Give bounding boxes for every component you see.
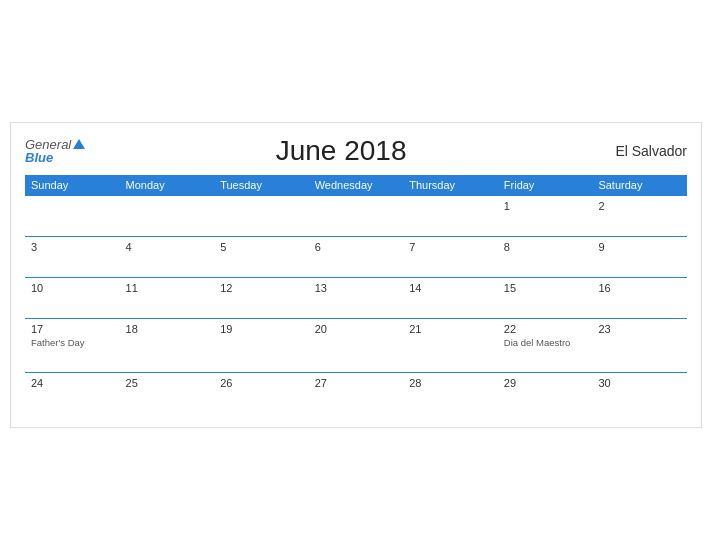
calendar-title: June 2018 bbox=[85, 135, 597, 167]
calendar-tbody: 1234567891011121314151617Father's Day181… bbox=[25, 196, 687, 414]
day-number: 23 bbox=[598, 323, 681, 335]
day-cell: 9 bbox=[592, 237, 687, 278]
day-number: 22 bbox=[504, 323, 587, 335]
day-cell: 20 bbox=[309, 319, 404, 373]
day-cell: 18 bbox=[120, 319, 215, 373]
calendar-header: General Blue June 2018 El Salvador bbox=[25, 135, 687, 167]
day-number: 3 bbox=[31, 241, 114, 253]
calendar: General Blue June 2018 El Salvador Sunda… bbox=[10, 122, 702, 428]
day-cell: 14 bbox=[403, 278, 498, 319]
day-number: 16 bbox=[598, 282, 681, 294]
day-number: 1 bbox=[504, 200, 587, 212]
day-cell bbox=[120, 196, 215, 237]
day-number: 28 bbox=[409, 377, 492, 389]
day-cell: 23 bbox=[592, 319, 687, 373]
day-cell: 1 bbox=[498, 196, 593, 237]
day-cell: 27 bbox=[309, 373, 404, 414]
day-cell: 3 bbox=[25, 237, 120, 278]
day-number: 14 bbox=[409, 282, 492, 294]
day-cell: 22Dia del Maestro bbox=[498, 319, 593, 373]
day-event-label: Dia del Maestro bbox=[504, 337, 587, 348]
day-cell: 6 bbox=[309, 237, 404, 278]
day-cell bbox=[214, 196, 309, 237]
day-number: 13 bbox=[315, 282, 398, 294]
day-number: 25 bbox=[126, 377, 209, 389]
day-cell: 2 bbox=[592, 196, 687, 237]
day-number: 21 bbox=[409, 323, 492, 335]
day-cell: 17Father's Day bbox=[25, 319, 120, 373]
day-cell: 7 bbox=[403, 237, 498, 278]
day-number: 2 bbox=[598, 200, 681, 212]
day-number: 27 bbox=[315, 377, 398, 389]
day-number: 17 bbox=[31, 323, 114, 335]
week-row-4: 24252627282930 bbox=[25, 373, 687, 414]
day-cell: 12 bbox=[214, 278, 309, 319]
day-number: 4 bbox=[126, 241, 209, 253]
day-cell: 26 bbox=[214, 373, 309, 414]
day-number: 9 bbox=[598, 241, 681, 253]
day-number: 19 bbox=[220, 323, 303, 335]
day-cell: 15 bbox=[498, 278, 593, 319]
logo-blue-text: Blue bbox=[25, 151, 53, 164]
day-number: 6 bbox=[315, 241, 398, 253]
day-cell bbox=[309, 196, 404, 237]
day-cell: 30 bbox=[592, 373, 687, 414]
day-cell: 29 bbox=[498, 373, 593, 414]
weekday-header-sunday: Sunday bbox=[25, 175, 120, 196]
day-cell: 4 bbox=[120, 237, 215, 278]
day-number: 11 bbox=[126, 282, 209, 294]
day-number: 12 bbox=[220, 282, 303, 294]
weekday-header-monday: Monday bbox=[120, 175, 215, 196]
day-cell: 11 bbox=[120, 278, 215, 319]
week-row-3: 17Father's Day1819202122Dia del Maestro2… bbox=[25, 319, 687, 373]
weekday-header-saturday: Saturday bbox=[592, 175, 687, 196]
day-number: 7 bbox=[409, 241, 492, 253]
day-event-label: Father's Day bbox=[31, 337, 114, 348]
day-cell: 13 bbox=[309, 278, 404, 319]
country-name: El Salvador bbox=[597, 143, 687, 159]
weekday-header-wednesday: Wednesday bbox=[309, 175, 404, 196]
week-row-2: 10111213141516 bbox=[25, 278, 687, 319]
day-number: 5 bbox=[220, 241, 303, 253]
day-number: 29 bbox=[504, 377, 587, 389]
day-cell: 28 bbox=[403, 373, 498, 414]
week-row-0: 12 bbox=[25, 196, 687, 237]
day-cell bbox=[25, 196, 120, 237]
week-row-1: 3456789 bbox=[25, 237, 687, 278]
day-number: 26 bbox=[220, 377, 303, 389]
logo: General Blue bbox=[25, 138, 85, 164]
day-cell: 10 bbox=[25, 278, 120, 319]
day-number: 24 bbox=[31, 377, 114, 389]
day-number: 15 bbox=[504, 282, 587, 294]
day-number: 10 bbox=[31, 282, 114, 294]
day-cell: 5 bbox=[214, 237, 309, 278]
day-cell: 21 bbox=[403, 319, 498, 373]
weekday-header-row: SundayMondayTuesdayWednesdayThursdayFrid… bbox=[25, 175, 687, 196]
day-number: 18 bbox=[126, 323, 209, 335]
day-cell: 19 bbox=[214, 319, 309, 373]
weekday-header-friday: Friday bbox=[498, 175, 593, 196]
weekday-header-tuesday: Tuesday bbox=[214, 175, 309, 196]
day-number: 20 bbox=[315, 323, 398, 335]
day-cell bbox=[403, 196, 498, 237]
day-cell: 16 bbox=[592, 278, 687, 319]
day-cell: 25 bbox=[120, 373, 215, 414]
calendar-table: SundayMondayTuesdayWednesdayThursdayFrid… bbox=[25, 175, 687, 413]
calendar-thead: SundayMondayTuesdayWednesdayThursdayFrid… bbox=[25, 175, 687, 196]
day-number: 8 bbox=[504, 241, 587, 253]
day-number: 30 bbox=[598, 377, 681, 389]
logo-triangle-icon bbox=[73, 139, 85, 149]
day-cell: 24 bbox=[25, 373, 120, 414]
weekday-header-thursday: Thursday bbox=[403, 175, 498, 196]
day-cell: 8 bbox=[498, 237, 593, 278]
